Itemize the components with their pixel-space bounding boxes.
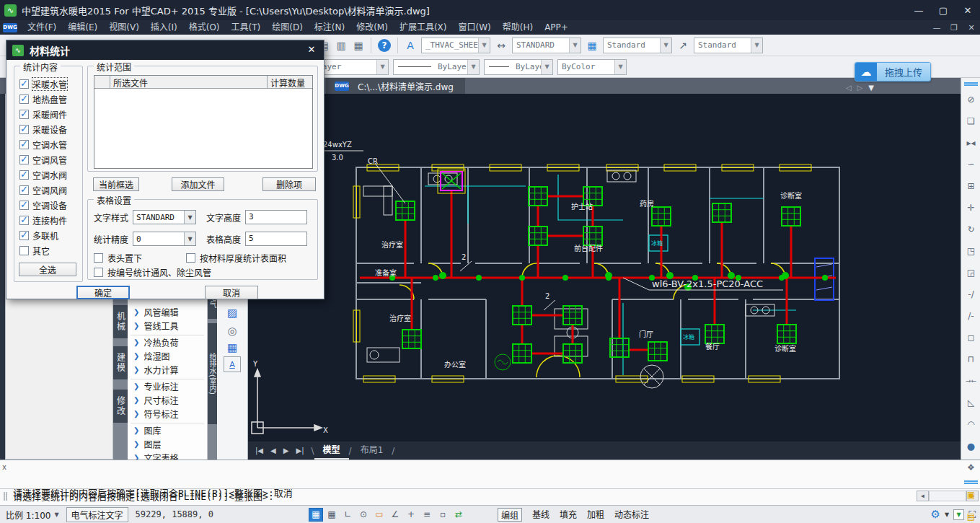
chamfer-icon[interactable]: ◺ xyxy=(963,395,979,410)
chevron-down-icon[interactable]: ▼ xyxy=(184,211,195,224)
mdi-restore-button[interactable]: ❐ xyxy=(945,23,963,32)
rotate-icon[interactable]: ↻ xyxy=(963,222,979,237)
menu-file[interactable]: 文件(F) xyxy=(22,20,62,35)
fill-toggle[interactable]: 填充 xyxy=(560,508,577,522)
table-height-input[interactable]: 5 xyxy=(245,232,307,246)
command-close-icon[interactable]: x xyxy=(2,463,6,471)
checkbox-icon[interactable] xyxy=(186,253,195,263)
toolbar-handle[interactable] xyxy=(964,480,978,484)
selected-files-table[interactable]: 所选文件 计算数量 xyxy=(94,75,313,169)
move-icon[interactable]: ✛ xyxy=(963,201,979,215)
chevron-down-icon[interactable]: ▼ xyxy=(478,38,490,53)
scale-selector[interactable]: 比例 1:100 ▼ xyxy=(6,509,59,521)
checkbox-icon[interactable] xyxy=(19,246,29,255)
select-all-button[interactable]: 全选 xyxy=(19,263,76,276)
tab-layout1[interactable]: 布局1 xyxy=(352,441,392,460)
break-icon[interactable]: ◻ xyxy=(963,330,979,345)
checkbox-icon[interactable] xyxy=(19,155,29,164)
dim-style-icon[interactable]: ↔ xyxy=(493,38,509,53)
draw-order-front-icon[interactable]: ▣ xyxy=(963,488,979,502)
baseline-toggle[interactable]: 基线 xyxy=(532,508,549,522)
checkbox-icon[interactable] xyxy=(19,95,29,104)
checkbox-icon[interactable] xyxy=(19,231,29,240)
tab-modeling[interactable]: 建模 xyxy=(113,346,128,379)
help-icon[interactable]: ? xyxy=(378,39,391,52)
command-grip[interactable] xyxy=(4,492,7,501)
checkbox-icon[interactable] xyxy=(19,125,29,134)
checkbox-heating-pipe[interactable]: 采暖水管 xyxy=(14,76,82,92)
chevron-down-icon[interactable]: ▼ xyxy=(569,38,581,53)
group-toggle[interactable]: 编组 xyxy=(498,508,522,522)
menu-help[interactable]: 帮助(H) xyxy=(497,20,539,35)
checkbox-duct-by-number[interactable]: 按编号统计通风、除尘风管 xyxy=(94,266,211,278)
selection-mode-icon[interactable]: ▼ xyxy=(953,509,964,520)
toolbar-handle[interactable] xyxy=(964,82,978,86)
menu-item-psychrometric-chart[interactable]: ❯焓湿图 xyxy=(128,349,207,363)
lineweight-toggle-icon[interactable]: ≡ xyxy=(420,508,434,522)
linetype-dropdown[interactable]: ByLayer ▼ xyxy=(393,59,480,75)
otrack-toggle-icon[interactable]: ∠ xyxy=(388,508,402,522)
checkbox-floor-heating-coil[interactable]: 地热盘管 xyxy=(14,92,82,107)
current-selection-button[interactable]: 当前框选 xyxy=(93,177,139,191)
draw-order-back-icon[interactable]: ▤ xyxy=(963,509,979,523)
checkbox-header-bottom[interactable]: 表头置下 xyxy=(94,252,167,264)
menu-window[interactable]: 窗口(W) xyxy=(453,20,497,35)
explode-icon[interactable]: ● xyxy=(963,439,979,453)
checkbox-icon[interactable] xyxy=(94,253,103,263)
mleader-style-dropdown[interactable]: Standard ▼ xyxy=(694,38,763,53)
menu-item-professional-annotation[interactable]: ❯专业标注 xyxy=(128,379,207,393)
mdi-minimize-button[interactable]: — xyxy=(928,23,945,32)
polar-toggle-icon[interactable]: ⊙ xyxy=(356,508,371,522)
chevron-down-icon[interactable]: ▼ xyxy=(751,38,762,53)
menu-item-duct-edit[interactable]: ❯风管编辑 xyxy=(128,305,207,319)
checkbox-icon[interactable] xyxy=(19,185,29,195)
checkbox-icon[interactable] xyxy=(19,110,29,119)
menu-express-tools[interactable]: 扩展工具(X) xyxy=(394,20,453,35)
array-icon[interactable]: ⊞ xyxy=(963,179,979,193)
checkbox-icon[interactable] xyxy=(19,170,29,180)
maximize-button[interactable]: ▢ xyxy=(931,1,955,19)
drawing-canvas[interactable]: 24wxYZ 3.0 CR wl6-BV-2x1.5-PC20-ACC 2 2 … xyxy=(248,94,961,460)
chevron-down-icon[interactable]: ▼ xyxy=(467,60,479,74)
osnap-toggle-icon[interactable]: ▭ xyxy=(372,508,387,522)
chevron-down-icon[interactable]: ▼ xyxy=(614,60,626,74)
scroll-track[interactable] xyxy=(929,491,966,501)
checkbox-icon[interactable] xyxy=(19,79,29,89)
menu-insert[interactable]: 插入(I) xyxy=(145,20,183,35)
chevron-down-icon[interactable]: ▼ xyxy=(945,511,949,518)
checkbox-connectors[interactable]: 连接构件 xyxy=(14,213,82,228)
menu-item-symbol-annotation[interactable]: ❯符号标注 xyxy=(128,407,207,421)
dynamic-dim-toggle[interactable]: 动态标注 xyxy=(614,508,649,522)
sheet-view-icon[interactable]: ▥ xyxy=(333,38,349,53)
checkbox-vrf[interactable]: 多联机 xyxy=(14,228,82,243)
tab-scroll-left-icon[interactable]: ◁ xyxy=(846,84,852,92)
menu-item-dimension-annotation[interactable]: ❯尺寸标注 xyxy=(128,393,207,407)
text-style-select[interactable]: STANDARD ▼ xyxy=(133,210,196,224)
menu-item-text-table[interactable]: ❯文字表格 xyxy=(128,451,207,460)
checkbox-ac-air-valve[interactable]: 空调风阀 xyxy=(14,183,82,198)
tab-modify[interactable]: 修改 xyxy=(113,390,128,423)
menu-tools[interactable]: 工具(T) xyxy=(226,20,267,35)
erase-icon[interactable]: ⊘ xyxy=(963,92,979,107)
fillet-icon[interactable]: ◠ xyxy=(963,417,979,431)
gear-icon[interactable]: ⚙ xyxy=(931,508,940,521)
grid-toggle-icon[interactable]: ▦ xyxy=(309,508,323,522)
text-style-icon[interactable]: A xyxy=(402,38,418,53)
checkbox-area-by-thickness[interactable]: 按材料厚度统计表面积 xyxy=(186,252,286,264)
mdi-close-button[interactable]: ✕ xyxy=(963,23,980,32)
tab-plumbing-indoor[interactable]: 给排水(室内) xyxy=(208,323,217,424)
menu-view[interactable]: 视图(V) xyxy=(103,20,145,35)
menu-item-heating-cooling-load[interactable]: ❯冷热负荷 xyxy=(128,335,207,349)
hatch-icon[interactable]: ▨ xyxy=(224,305,241,321)
menu-edit[interactable]: 编辑(E) xyxy=(62,20,103,35)
plot-style-dropdown[interactable]: ByColor ▼ xyxy=(557,59,627,75)
checkbox-ac-water-pipe[interactable]: 空调水管 xyxy=(14,137,82,152)
scroll-left-icon[interactable]: ◀ xyxy=(917,491,929,501)
precision-select[interactable]: 0 ▼ xyxy=(133,232,196,246)
dialog-title-bar[interactable]: ∿ 材料统计 ✕ xyxy=(6,40,324,60)
tab-menu-caret-icon[interactable]: ▼ xyxy=(868,84,874,92)
bold-toggle[interactable]: 加粗 xyxy=(587,508,604,522)
menu-format[interactable]: 格式(O) xyxy=(183,20,226,35)
lineweight-dropdown[interactable]: ByLayer ▼ xyxy=(484,59,553,75)
command-input[interactable]: 请选择要统计的内容后按确定[选取闭合PLINE(P)]<整张图>: xyxy=(13,491,274,503)
